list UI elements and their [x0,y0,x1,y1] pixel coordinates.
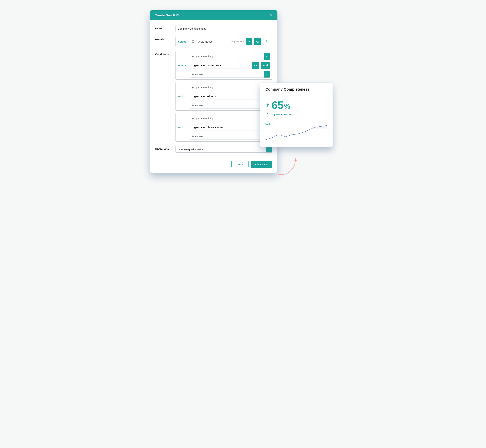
model-or-button[interactable]: Or [254,38,262,45]
operator-value: Is Known [190,104,264,107]
trash-icon[interactable] [263,38,270,45]
create-kpi-button[interactable]: Create KPI [251,161,272,168]
condition-group: Where Property matching Or And Is Known [175,51,272,80]
operator-select[interactable]: Is Known [190,133,270,140]
operation-select[interactable]: Increase quality metric [175,146,272,152]
condition-connector: And [178,95,188,98]
match-type-select[interactable]: Property matching [190,53,270,60]
match-type-value: Property matching [190,55,264,58]
match-type-select[interactable]: Property matching [190,84,270,91]
chevron-down-icon[interactable] [264,71,270,78]
condition-group: And Property matching Or Is Known [175,113,272,142]
modal-title: Create New KPI [154,13,179,17]
models-label: Models [155,36,175,41]
chevron-down-icon[interactable] [246,38,252,45]
kpi-name-input[interactable] [175,25,272,32]
condition-connector: Where [178,64,188,67]
kpi-number: 65 [271,100,283,110]
kpi-chart: 60% [265,121,327,144]
threshold-label: 60% [265,122,270,125]
condition-or-button[interactable]: Or [252,62,259,69]
kpi-card: Company Completeness 65 % Improve value … [260,83,333,147]
model-select[interactable]: Organization (/Organization) [190,38,253,45]
match-type-select[interactable]: Property matching [190,115,270,122]
condition-group: And Property matching Or Is Known [175,82,272,111]
select-label: Select [178,40,188,43]
operation-value: Increase quality metric [176,148,266,151]
condition-connector: And [178,126,188,129]
model-group: Select Organization (/Organization) Or [175,36,272,47]
flow-arrow-icon [278,157,305,178]
match-type-value: Property matching [190,86,264,89]
improve-label: Improve value [271,112,291,116]
arrow-up-icon [265,103,270,108]
condition-and-button[interactable]: And [261,62,270,69]
operations-label: Operations [155,146,175,150]
external-link-icon [265,112,269,116]
create-kpi-modal: Create New KPI Name Models Select [150,10,278,173]
improve-value-link[interactable]: Improve value [265,112,327,116]
modal-header: Create New KPI [150,10,278,20]
chevron-down-icon[interactable] [264,53,270,60]
property-input[interactable] [190,124,261,131]
chevron-down-icon[interactable] [266,146,272,152]
model-path: (/Organization) [230,40,246,43]
operator-select[interactable]: Is Known [190,71,270,78]
cancel-button[interactable]: Cancel [231,161,248,168]
operator-value: Is Known [190,135,264,138]
operator-select[interactable]: Is Known [190,102,270,109]
model-name: Organization [196,40,230,43]
kpi-title: Company Completeness [265,87,327,95]
svg-rect-0 [192,41,194,42]
kpi-percent: % [284,103,290,110]
name-label: Name [155,25,175,30]
conditions-label: Conditions [155,51,175,56]
property-input[interactable] [190,93,261,100]
property-input[interactable] [190,62,250,69]
match-type-value: Property matching [190,117,264,120]
organization-icon [190,40,194,43]
close-icon[interactable] [269,13,273,17]
operator-value: Is Known [190,73,264,76]
kpi-value: 65 % [265,100,327,110]
